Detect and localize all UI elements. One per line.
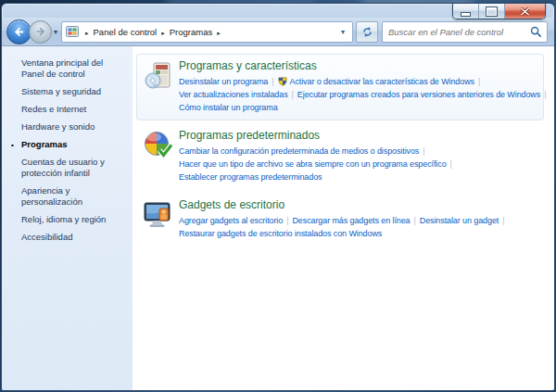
sidebar-item[interactable]: Ventana principal del Panel de control [21,57,125,80]
link-separator: | [450,159,452,169]
task-link[interactable]: Cambiar la configuración predeterminada … [179,146,419,156]
breadcrumb-arrow-icon: ▸ [161,30,165,36]
sidebar-item[interactable]: Sistema y seguridad [21,86,125,97]
caption-button-group [452,4,546,19]
sidebar-item[interactable]: Redes e Internet [21,104,125,115]
breadcrumb-arrow-icon: ▸ [85,30,89,36]
link-separator: | [414,216,416,225]
task-link-row: Establecer programas predeterminados [179,171,537,183]
close-icon [520,7,530,16]
maximize-button[interactable] [479,4,505,19]
window-content: Ventana principal del Panel de controlSi… [2,46,554,390]
sidebar-item[interactable]: Cuentas de usuario y protección infantil [21,157,125,179]
sidebar-item-label: Apariencia y personalización [21,185,82,207]
close-button[interactable] [505,4,545,19]
breadcrumb-arrow-icon: ▸ [217,30,221,36]
sidebar-item[interactable]: Apariencia y personalización [21,185,125,208]
refresh-icon [361,26,373,38]
link-separator: | [544,90,546,99]
back-arrow-icon [13,26,25,38]
task-link-row: Hacer que un tipo de archivo se abra sie… [179,158,537,171]
task-link[interactable]: Desinstalar un gadget [420,216,499,225]
section-desktop-gadgets: Gadgets de escritorioAgregar gadgets al … [136,193,544,247]
link-separator: | [272,77,273,86]
programs-features-icon [144,61,173,91]
control-panel-icon [66,26,79,37]
task-link-row: Restaurar gadgets de escritorio instalad… [179,227,537,240]
sidebar-item-label: Ventana principal del Panel de control [21,57,103,79]
recent-pages-chevron-icon[interactable]: ▾ [54,28,57,36]
minimize-button[interactable] [453,4,479,19]
current-item-bullet-icon: • [11,140,14,151]
section-title[interactable]: Programas predeterminados [179,129,537,142]
minimize-icon [461,12,471,17]
task-link[interactable]: Descargar más gadgets en línea [292,216,410,225]
refresh-button[interactable] [356,21,378,43]
section-default-programs: Programas predeterminadosCambiar la conf… [136,123,544,190]
sidebar-item[interactable]: Reloj, idioma y región [21,214,125,225]
search-input[interactable] [388,27,530,37]
sidebar-item[interactable]: Hardware y sonido [21,121,125,133]
sidebar-item-label: Programas [21,139,68,149]
sidebar-item-current[interactable]: •Programas [21,139,125,150]
search-box[interactable] [382,21,548,43]
task-link[interactable]: Hacer que un tipo de archivo se abra sie… [179,159,447,169]
sidebar-item-label: Accesibilidad [21,232,72,242]
task-link-row: Agregar gadgets al escritorio|Descargar … [179,214,537,227]
task-link-row: Cambiar la configuración predeterminada … [179,145,537,158]
task-link[interactable]: Desinstalar un programa [179,77,268,86]
sidebar-item[interactable]: Accesibilidad [21,232,125,243]
link-separator: | [502,216,504,225]
section-title[interactable]: Gadgets de escritorio [179,198,537,211]
desktop: ▾ ▸Panel de control▸Programas▸ ▾ [0,0,556,392]
sidebar-item-label: Cuentas de usuario y protección infantil [21,157,105,178]
link-separator: | [423,146,424,156]
search-icon [530,26,542,38]
link-separator: | [292,90,294,99]
section-title[interactable]: Programas y características [179,59,537,72]
task-link-row: Desinstalar un programa|Activar o desact… [179,75,537,88]
maximize-icon [486,7,497,16]
task-link-row: Ver actualizaciones instaladas|Ejecutar … [179,88,537,101]
sidebar-item-label: Redes e Internet [21,104,86,114]
task-link[interactable]: Agregar gadgets al escritorio [179,216,283,225]
link-separator: | [478,77,480,86]
link-separator: | [286,216,288,225]
address-dropdown-chevron-icon[interactable]: ▾ [335,28,350,36]
main-pane: Programas y característicasDesinstalar u… [133,46,554,390]
control-panel-window: ▾ ▸Panel de control▸Programas▸ ▾ [1,3,555,391]
task-link[interactable]: Establecer programas predeterminados [179,172,322,182]
back-button[interactable] [6,19,32,44]
uac-shield-icon [278,76,287,86]
task-link-row: Cómo instalar un programa [179,101,537,114]
breadcrumb-item[interactable]: Programas [170,27,212,37]
sections: Programas y característicasDesinstalar u… [135,54,550,247]
breadcrumb-item[interactable]: Panel de control [94,27,158,37]
title-bar[interactable] [2,4,554,18]
sidebar-item-label: Reloj, idioma y región [21,214,106,224]
navigation-toolbar: ▾ ▸Panel de control▸Programas▸ ▾ [2,18,554,46]
task-link[interactable]: Activar o desactivar las características… [290,77,474,86]
desktop-gadgets-icon [144,200,173,230]
default-programs-icon [144,131,173,160]
breadcrumb: ▸Panel de control▸Programas▸ [81,27,225,37]
task-link[interactable]: Cómo instalar un programa [179,103,278,112]
task-link[interactable]: Ejecutar programas creados para versione… [297,90,540,99]
forward-button[interactable] [29,20,52,44]
task-link[interactable]: Restaurar gadgets de escritorio instalad… [179,229,382,238]
address-bar[interactable]: ▸Panel de control▸Programas▸ ▾ [61,21,353,43]
section-programs-features: Programas y característicasDesinstalar u… [136,54,544,120]
sidebar-item-label: Sistema y seguridad [21,86,101,96]
forward-arrow-icon [35,26,46,37]
sidebar-item-label: Hardware y sonido [21,121,95,132]
task-link[interactable]: Ver actualizaciones instaladas [179,90,288,99]
sidebar: Ventana principal del Panel de controlSi… [2,46,133,390]
